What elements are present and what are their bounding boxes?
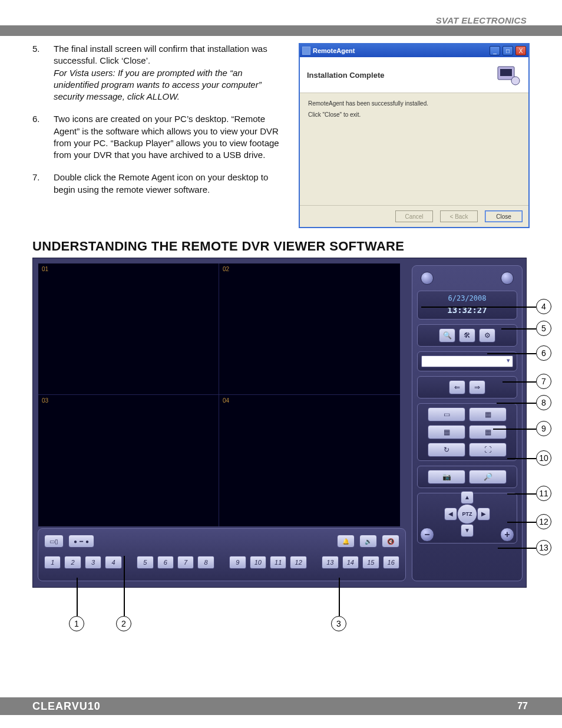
app-icon <box>302 47 310 55</box>
channel-button-16[interactable]: 16 <box>383 556 399 569</box>
video-channel-3[interactable]: 03 <box>38 395 219 526</box>
video-channel-2[interactable]: 02 <box>219 263 400 395</box>
zoom-out-icon[interactable]: − <box>420 528 434 542</box>
window-title: RemoteAgent <box>313 47 487 54</box>
installer-window: RemoteAgent _ □ X Installation Complete … <box>299 43 530 228</box>
close-button[interactable]: Close <box>485 210 523 222</box>
layout-4-icon[interactable]: ▦ <box>469 407 507 421</box>
channel-button-5[interactable]: 5 <box>137 556 153 569</box>
footer-page-number: 77 <box>517 701 528 711</box>
step-text: The final install screen will confirm th… <box>54 44 267 65</box>
callout-3: 3 <box>336 619 341 628</box>
disconnect-icon[interactable]: ⇒ <box>469 380 485 394</box>
callout-11: 11 <box>539 489 548 498</box>
channel-label: 02 <box>223 266 229 272</box>
channel-button-6[interactable]: 6 <box>157 556 174 569</box>
site-dropdown-row <box>417 351 517 371</box>
installer-header: Installation Complete <box>300 57 528 93</box>
search-icon[interactable]: 🔍 <box>439 328 455 342</box>
record-button[interactable]: ●━● <box>68 535 94 548</box>
manual-page: SVAT ELECTRONICS now you can see 5. The … <box>0 0 562 728</box>
dvr-sidebar: 6/23/2008 13:32:27 🔍 🛠 ⚙ ⇐ ⇒ ▭ <box>412 265 523 581</box>
channel-button-13[interactable]: 13 <box>322 556 338 569</box>
tools-icon[interactable]: 🛠 <box>459 328 475 342</box>
channel-button-15[interactable]: 15 <box>362 556 379 569</box>
callout-12: 12 <box>539 517 548 526</box>
layout-9-icon[interactable]: ▦ <box>428 425 465 439</box>
channel-button-8[interactable]: 8 <box>197 556 214 569</box>
channel-button-7[interactable]: 7 <box>177 556 194 569</box>
record-icon: ● <box>74 538 77 545</box>
fullscreen-icon[interactable]: ⛶ <box>469 443 507 457</box>
minimize-button[interactable]: _ <box>490 46 500 55</box>
channel-button-1[interactable]: 1 <box>44 556 61 569</box>
mute-button[interactable]: 🔇 <box>382 535 399 548</box>
video-channel-1[interactable]: 01 <box>38 263 219 395</box>
window-titlebar: RemoteAgent _ □ X <box>300 44 528 57</box>
zoom-in-icon[interactable]: + <box>500 528 514 542</box>
audio-button[interactable]: 🔉 <box>359 535 377 548</box>
channel-label: 03 <box>42 397 48 404</box>
snapshot-icon[interactable]: 📷 <box>428 470 465 484</box>
connect-icon[interactable]: ⇐ <box>449 380 465 394</box>
maximize-button[interactable]: □ <box>503 46 513 55</box>
back-button[interactable]: < Back <box>440 210 478 222</box>
video-grid[interactable]: 01 02 03 04 <box>38 263 401 527</box>
section-heading: UNDERSTANDING THE REMOTE DVR VIEWER SOFT… <box>32 239 404 254</box>
layout-1-icon[interactable]: ▭ <box>428 407 465 421</box>
installer-msg: RemoteAgent has been successfully instal… <box>308 100 520 107</box>
channel-button-11[interactable]: 11 <box>270 556 286 569</box>
ptz-control: ▲ ▼ ◀ ▶ PTZ − + <box>417 493 517 543</box>
close-icon[interactable] <box>501 272 514 285</box>
alarm-button[interactable]: 🔔 <box>337 535 355 548</box>
instructions-list: 5. The final install screen will confirm… <box>32 43 286 196</box>
installer-icon <box>494 63 521 87</box>
channel-label: 04 <box>223 397 229 404</box>
sequence-icon[interactable]: ↻ <box>428 443 465 457</box>
tools-row: 🔍 🛠 ⚙ <box>417 324 517 347</box>
ptz-center-button[interactable]: PTZ <box>457 504 477 524</box>
site-dropdown[interactable] <box>421 355 513 367</box>
channel-button-2[interactable]: 2 <box>64 556 81 569</box>
layout-row: ▭ ▦ ▦ ▦ ↻ ⛶ <box>417 403 517 461</box>
step-text: Two icons are created on your PC’s deskt… <box>54 114 279 160</box>
cancel-button[interactable]: Cancel <box>395 210 433 222</box>
step-number: 7. <box>32 172 43 196</box>
content-area: 5. The final install screen will confirm… <box>32 43 530 206</box>
installer-msg: Click "Close" to exit. <box>308 111 520 118</box>
time-text: 13:32:27 <box>447 306 487 315</box>
callout-9: 9 <box>541 424 546 433</box>
window-close-button[interactable]: X <box>515 46 526 55</box>
callout-5: 5 <box>541 324 546 333</box>
footer-model: CLEARVU10 <box>32 700 101 713</box>
ptz-up-icon[interactable]: ▲ <box>461 491 474 504</box>
callout-2: 2 <box>121 619 126 628</box>
hdd-indicator: ▭▯ <box>44 535 64 548</box>
page-footer: CLEARVU10 77 <box>0 697 562 715</box>
step-number: 6. <box>32 113 43 161</box>
channel-button-9[interactable]: 9 <box>229 556 246 569</box>
channel-button-10[interactable]: 10 <box>250 556 266 569</box>
channel-button-14[interactable]: 14 <box>342 556 359 569</box>
ptz-right-icon[interactable]: ▶ <box>477 508 490 521</box>
channel-button-4[interactable]: 4 <box>105 556 121 569</box>
channel-button-12[interactable]: 12 <box>290 556 306 569</box>
instruction-item: 5. The final install screen will confirm… <box>32 43 286 103</box>
record-icon: ● <box>85 538 89 545</box>
video-channel-4[interactable]: 04 <box>219 395 400 526</box>
step-text: Double click the Remote Agent icon on yo… <box>54 172 268 194</box>
dvr-viewer: 01 02 03 04 6/23/2008 13:32:27 🔍 🛠 ⚙ <box>32 258 527 588</box>
callout-8: 8 <box>541 398 546 407</box>
callout-7: 7 <box>541 377 546 386</box>
callout-1: 1 <box>74 619 79 628</box>
installer-footer: Cancel < Back Close <box>300 205 528 227</box>
ptz-left-icon[interactable]: ◀ <box>444 508 457 521</box>
callout-13: 13 <box>539 543 548 552</box>
settings-icon[interactable]: ⚙ <box>479 328 495 342</box>
dvr-viewer-wrap: 01 02 03 04 6/23/2008 13:32:27 🔍 🛠 ⚙ <box>32 258 527 588</box>
channel-button-3[interactable]: 3 <box>85 556 101 569</box>
channel-button-row: 1 2 3 4 5 6 7 8 9 10 11 12 13 14 <box>44 556 399 569</box>
zoom-icon[interactable]: 🔎 <box>469 470 507 484</box>
layout-16-icon[interactable]: ▦ <box>469 425 507 439</box>
minimize-icon[interactable] <box>421 272 434 285</box>
